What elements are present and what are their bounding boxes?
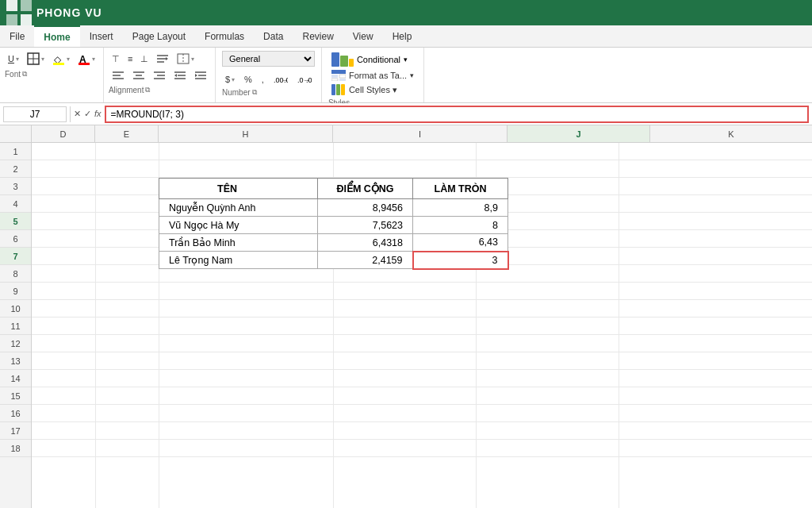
cells-container: for(let i=0;i<18;i++){ document.currentS… bbox=[32, 143, 812, 508]
increase-decimal-button[interactable]: .0 → .00 bbox=[294, 72, 315, 87]
cell-styles-button[interactable]: Cell Styles ▾ bbox=[328, 83, 417, 97]
decrease-indent-button[interactable] bbox=[170, 68, 190, 83]
corner-cell bbox=[0, 125, 32, 142]
merge-center-icon bbox=[177, 52, 190, 65]
grid-area: 1 2 3 4 5 6 7 8 9 10 11 12 13 14 15 16 1… bbox=[0, 143, 812, 508]
vline-5 bbox=[619, 143, 619, 508]
col-header-d[interactable]: D bbox=[32, 125, 95, 142]
borders-button[interactable]: ▾ bbox=[24, 51, 48, 67]
tab-view[interactable]: View bbox=[343, 25, 383, 47]
row-header-2[interactable]: 2 bbox=[0, 160, 31, 178]
rounded-cell-4-selected[interactable]: 3 bbox=[413, 252, 508, 269]
row-header-11[interactable]: 11 bbox=[0, 318, 31, 335]
align-middle-button[interactable]: ≡ bbox=[124, 51, 136, 67]
col-header-h[interactable]: H bbox=[159, 125, 333, 142]
col-header-i[interactable]: I bbox=[333, 125, 508, 142]
svg-rect-8 bbox=[53, 63, 64, 65]
align-top-button[interactable]: ⊤ bbox=[109, 51, 123, 67]
name-box[interactable] bbox=[3, 106, 67, 122]
font-color-button[interactable]: A ▾ bbox=[75, 51, 98, 67]
row-header-13[interactable]: 13 bbox=[0, 352, 31, 370]
name-cell-2[interactable]: Vũ Ngọc Hà My bbox=[159, 217, 318, 234]
tab-home[interactable]: Home bbox=[34, 25, 79, 47]
rounded-cell-1[interactable]: 8,9 bbox=[413, 199, 508, 217]
alignment-group-label: Alignment ⧉ bbox=[109, 86, 210, 94]
name-cell-3[interactable]: Trần Bảo Minh bbox=[159, 234, 318, 252]
increase-indent-button[interactable] bbox=[191, 68, 210, 83]
rounded-cell-2[interactable]: 8 bbox=[413, 217, 508, 234]
percent-button[interactable]: % bbox=[241, 73, 255, 86]
merge-center-button[interactable]: ▾ bbox=[174, 51, 197, 67]
align-bottom-button[interactable]: ⊥ bbox=[137, 51, 151, 67]
row-header-9[interactable]: 9 bbox=[0, 283, 31, 300]
increase-indent-icon bbox=[194, 70, 207, 81]
svg-rect-39 bbox=[349, 59, 354, 67]
alignment-group: ⊤ ≡ ⊥ ▾ bbox=[104, 48, 216, 102]
comma-button[interactable]: , bbox=[259, 73, 267, 86]
row-header-8[interactable]: 8 bbox=[0, 265, 31, 283]
score-cell-3[interactable]: 6,4318 bbox=[318, 234, 413, 252]
align-right-icon bbox=[153, 70, 166, 81]
empty-row-11 bbox=[32, 318, 812, 335]
formula-input[interactable] bbox=[105, 106, 809, 123]
number-format-dropdown[interactable]: General Number Currency Percentage bbox=[222, 51, 315, 67]
row-header-5[interactable]: 5 bbox=[0, 213, 31, 230]
cell-styles-label: Cell Styles ▾ bbox=[349, 85, 397, 95]
svg-text:.00: .00 bbox=[306, 76, 312, 84]
confirm-icon[interactable]: ✓ bbox=[84, 109, 91, 119]
center-icon bbox=[132, 70, 145, 81]
number-btn-row: $▾ % , .00 → .0 .0 → .00 bbox=[222, 72, 315, 87]
tab-insert[interactable]: Insert bbox=[80, 25, 123, 47]
row-header-4[interactable]: 4 bbox=[0, 195, 31, 213]
cancel-icon[interactable]: ✕ bbox=[74, 109, 81, 119]
conditional-formatting-button[interactable]: Conditional ▾ bbox=[328, 51, 417, 68]
tab-file[interactable]: File bbox=[0, 25, 34, 47]
format-as-table-button[interactable]: Format as Ta... ▾ bbox=[328, 68, 417, 83]
center-button[interactable] bbox=[129, 68, 148, 83]
row-header-3[interactable]: 3 bbox=[0, 178, 31, 195]
row-header-18[interactable]: 18 bbox=[0, 440, 31, 457]
align-left-button[interactable] bbox=[109, 68, 128, 83]
font-row-1: U ▾ ▾ ◇ ▾ A ▾ bbox=[5, 51, 98, 67]
name-cell-4[interactable]: Lê Trọng Nam bbox=[159, 252, 318, 269]
row-header-17[interactable]: 17 bbox=[0, 422, 31, 440]
align-right-button[interactable] bbox=[150, 68, 169, 83]
font-dialog-launcher[interactable]: ⧉ bbox=[22, 70, 27, 79]
currency-button[interactable]: $▾ bbox=[222, 73, 238, 86]
wrap-text-icon bbox=[156, 52, 169, 65]
underline-button[interactable]: U ▾ bbox=[5, 52, 22, 65]
empty-row-1 bbox=[32, 143, 812, 160]
row-header-12[interactable]: 12 bbox=[0, 335, 31, 352]
number-dialog-launcher[interactable]: ⧉ bbox=[252, 88, 257, 97]
data-table-container: TÊN ĐIỂM CỘNG LÀM TRÒN Nguyễn Quỳnh Anh … bbox=[159, 178, 509, 270]
function-icon[interactable]: fx bbox=[94, 109, 102, 119]
fill-color-button[interactable]: ◇ ▾ bbox=[49, 51, 73, 67]
row-header-15[interactable]: 15 bbox=[0, 387, 31, 405]
empty-row-16 bbox=[32, 405, 812, 422]
row-header-1[interactable]: 1 bbox=[0, 143, 31, 160]
tab-help[interactable]: Help bbox=[383, 25, 422, 47]
col-header-e[interactable]: E bbox=[95, 125, 159, 142]
col-header-j[interactable]: J bbox=[508, 125, 650, 142]
tab-data[interactable]: Data bbox=[254, 25, 293, 47]
name-cell-1[interactable]: Nguyễn Quỳnh Anh bbox=[159, 199, 318, 217]
score-cell-1[interactable]: 8,9456 bbox=[318, 199, 413, 217]
row-header-14[interactable]: 14 bbox=[0, 370, 31, 387]
row-header-7[interactable]: 7 bbox=[0, 248, 31, 265]
svg-rect-46 bbox=[336, 84, 340, 95]
col-header-k[interactable]: K bbox=[650, 125, 812, 142]
alignment-dialog-launcher[interactable]: ⧉ bbox=[145, 86, 150, 94]
tab-page-layout[interactable]: Page Layout bbox=[123, 25, 195, 47]
decrease-decimal-button[interactable]: .00 → .0 bbox=[270, 72, 291, 87]
score-cell-4[interactable]: 2,4159 bbox=[318, 252, 413, 269]
tab-review[interactable]: Review bbox=[293, 25, 343, 47]
rounded-cell-3[interactable]: 6,43 bbox=[413, 234, 508, 252]
row-header-16[interactable]: 16 bbox=[0, 405, 31, 422]
svg-rect-45 bbox=[331, 84, 335, 95]
row-header-6[interactable]: 6 bbox=[0, 230, 31, 248]
row-header-10[interactable]: 10 bbox=[0, 300, 31, 318]
score-cell-2[interactable]: 7,5623 bbox=[318, 217, 413, 234]
tab-formulas[interactable]: Formulas bbox=[195, 25, 254, 47]
align-row-2 bbox=[109, 68, 210, 83]
wrap-text-button[interactable] bbox=[153, 51, 172, 67]
